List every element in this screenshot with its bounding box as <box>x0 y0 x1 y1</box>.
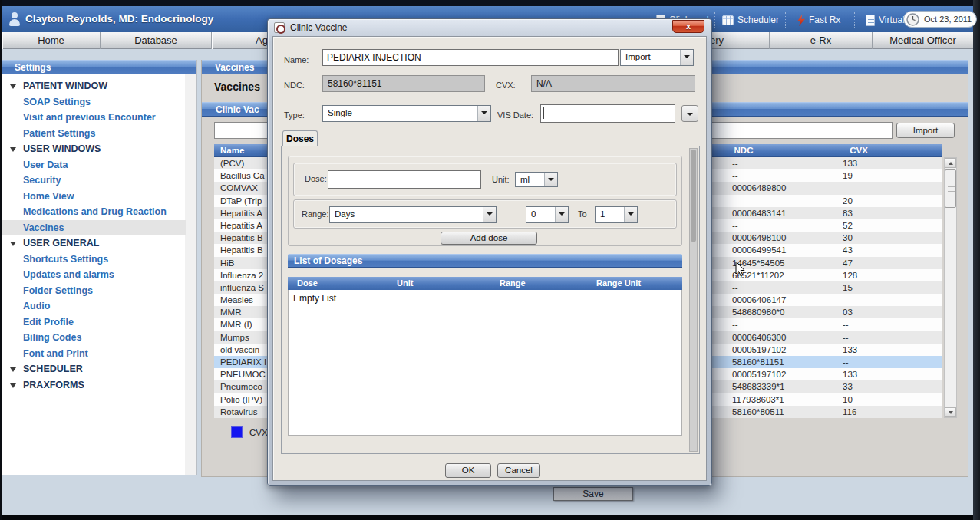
tree-item-label: Security <box>23 175 61 186</box>
vaccine-table-scrollbar[interactable] <box>944 157 957 418</box>
dose-entry-group: Dose: Unit: ml Range: Days <box>288 156 682 246</box>
praxis-app-window: Clayton Reynolds, MD: Endocrinology Clip… <box>0 0 980 520</box>
settings-tree-item[interactable]: Shortcuts Settings <box>2 252 186 268</box>
column-header-ndc[interactable]: NDC <box>705 146 782 155</box>
vaccine-cvx-cell: -- <box>843 182 849 194</box>
tab-doses[interactable]: Doses <box>282 130 318 146</box>
screen-edge-top <box>0 0 980 6</box>
settings-tree-item[interactable]: Security <box>2 173 186 189</box>
vaccine-ndc-cell: -- <box>732 318 738 331</box>
vaccine-name-cell: Bacillus Ca <box>220 169 265 182</box>
settings-tree-item[interactable]: SOAP Settings <box>2 94 186 110</box>
tab-home[interactable]: Home <box>2 32 101 49</box>
vaccine-name-cell: PNEUMOC <box>220 368 266 380</box>
dose-input[interactable] <box>328 170 481 189</box>
dosage-col-range-unit[interactable]: Range Unit <box>596 278 641 288</box>
column-header-cvx[interactable]: CVX <box>820 146 897 155</box>
settings-tree-item[interactable]: Visit and previous Encounter <box>2 110 186 126</box>
screen-edge-bottom <box>0 515 980 520</box>
scroll-down-icon[interactable] <box>945 407 956 417</box>
close-icon[interactable]: x <box>672 20 704 33</box>
settings-tree-item[interactable]: Home View <box>2 189 186 205</box>
chevron-down-icon <box>10 147 16 152</box>
vaccine-cvx-cell: 133 <box>843 157 857 169</box>
range-unit-value: Days <box>335 209 355 219</box>
tab-erx[interactable]: e-Rx <box>770 32 873 49</box>
vaccine-name-cell: Measles <box>220 294 253 306</box>
tree-item-label: Edit Profile <box>23 317 74 327</box>
scroll-up-icon[interactable] <box>945 158 956 168</box>
chevron-down-icon <box>10 367 16 372</box>
settings-tree-item[interactable]: PATIENT WINDOW <box>2 78 186 94</box>
vaccine-dialog-icon <box>274 22 285 33</box>
tree-item-label: Updates and alarms <box>23 269 114 280</box>
vaccine-ndc-cell: 00006483141 <box>732 207 786 219</box>
scheduler-button[interactable]: Scheduler <box>722 14 779 28</box>
vaccine-ndc-cell: 00006498100 <box>732 232 786 244</box>
vaccine-name-input[interactable] <box>322 49 619 66</box>
settings-tree-item[interactable]: Patient Settings <box>2 126 186 142</box>
vaccine-ndc-cell: 548680980*0 <box>732 306 784 318</box>
ok-button[interactable]: OK <box>445 463 491 478</box>
type-label: Type: <box>284 110 305 120</box>
vaccine-ndc-cell: 00006489800 <box>732 182 786 194</box>
column-header-name[interactable]: Name <box>220 146 244 155</box>
vaccine-ndc-cell: 117938603*1 <box>732 393 784 406</box>
dosage-col-unit[interactable]: Unit <box>397 278 413 288</box>
vaccine-cvx-cell: 19 <box>843 169 853 182</box>
doses-panel-scrollbar[interactable] <box>689 148 698 452</box>
vaccine-cvx-cell: 133 <box>843 344 857 356</box>
settings-tree-item[interactable]: Edit Profile <box>2 314 186 331</box>
settings-tree-item[interactable]: Folder Settings <box>2 283 186 299</box>
range-from-dropdown[interactable]: 0 <box>526 206 569 223</box>
settings-tree-item[interactable]: Biling Codes <box>2 330 186 346</box>
settings-tree-item[interactable]: PRAXFORMS <box>2 377 186 393</box>
text-caret <box>543 107 544 119</box>
vaccine-cvx-cell: 10 <box>843 393 853 406</box>
import-button[interactable]: Import <box>896 123 955 138</box>
vaccine-ndc-cell: 14645*54505 <box>732 257 784 269</box>
dialog-titlebar[interactable]: Clinic Vaccine x <box>268 19 711 36</box>
cvx-value-box: N/A <box>531 75 695 92</box>
settings-tree-item[interactable]: Medications and Drug Reaction <box>2 204 186 220</box>
tab-medical-officer[interactable]: Medical Officer <box>873 32 973 49</box>
save-button[interactable]: Save <box>553 487 633 501</box>
cancel-button[interactable]: Cancel <box>497 463 540 478</box>
settings-tree-item[interactable]: Font and Print <box>2 346 186 362</box>
tab-database[interactable]: Database <box>101 32 212 49</box>
doses-tab-panel: Dose: Unit: ml Range: Days <box>281 146 700 454</box>
vaccine-ndc-cell: -- <box>732 195 738 207</box>
settings-tree-item[interactable]: User Data <box>2 157 186 173</box>
tab-query[interactable]: ery <box>708 32 770 49</box>
tree-item-label: Font and Print <box>23 348 88 359</box>
settings-tree-item[interactable]: Audio <box>2 298 186 314</box>
add-dose-button[interactable]: Add dose <box>441 232 537 245</box>
scrollbar-thumb[interactable] <box>945 169 956 208</box>
vaccine-cvx-cell: 33 <box>843 380 853 393</box>
settings-tree-item[interactable]: Updates and alarms <box>2 267 186 283</box>
vaccine-name-cell: influenza S <box>220 281 264 294</box>
type-dropdown[interactable]: Single <box>322 105 491 122</box>
vaccine-cvx-cell: 133 <box>843 368 857 380</box>
dosage-col-dose[interactable]: Dose <box>297 278 318 288</box>
dosage-col-range[interactable]: Range <box>500 278 526 288</box>
settings-tree-item[interactable]: USER WINDOWS <box>2 141 186 157</box>
settings-tree-item[interactable]: USER GENERAL <box>2 235 186 252</box>
range-unit-dropdown[interactable]: Days <box>329 206 497 223</box>
import-source-dropdown[interactable]: Import <box>620 49 694 66</box>
unit-dropdown[interactable]: ml <box>515 172 558 187</box>
settings-header: Settings <box>2 60 196 74</box>
tree-item-label: USER GENERAL <box>23 238 99 248</box>
date-display[interactable]: Oct 23, 2011 <box>903 11 977 28</box>
settings-tree-item[interactable]: SCHEDULER <box>2 361 186 377</box>
vaccine-name-cell: Hepatitis B <box>220 244 263 256</box>
vaccine-ndc-cell: 66521*11202 <box>732 269 784 281</box>
settings-tree-item[interactable]: Vaccines <box>2 220 186 236</box>
fast-rx-button[interactable]: Fast Rx <box>797 14 840 28</box>
vis-date-picker-button[interactable] <box>681 105 698 122</box>
chevron-down-icon <box>624 207 637 222</box>
vis-date-input[interactable] <box>540 104 675 123</box>
chevron-down-icon <box>477 106 490 121</box>
range-group: Range: Days 0 To 1 <box>293 199 677 229</box>
range-to-dropdown[interactable]: 1 <box>595 206 638 223</box>
